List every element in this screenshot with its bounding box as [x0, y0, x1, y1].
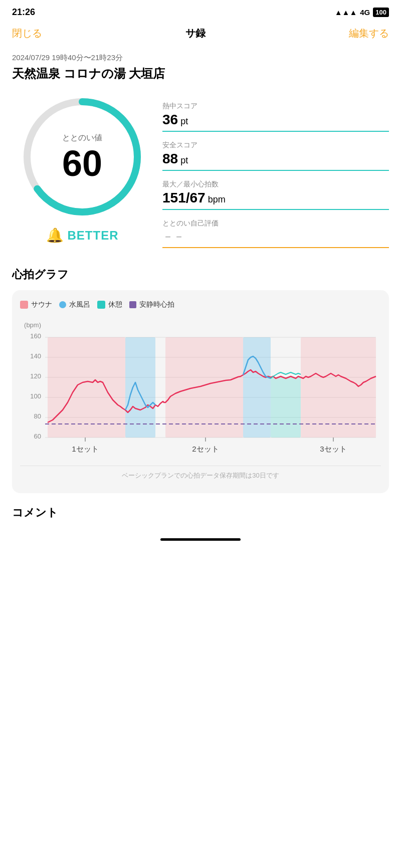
home-indicator	[0, 528, 401, 546]
chart-section-title: 心拍グラフ	[12, 267, 389, 282]
status-time: 21:26	[12, 7, 35, 18]
gauge-stats-row: ととのい値 60 🔔 BETTER 熱中スコア 36 pt 安全スコア	[12, 92, 389, 252]
legend-water: 水風呂	[59, 300, 90, 309]
self-divider	[162, 247, 389, 248]
svg-rect-19	[271, 377, 301, 438]
svg-rect-17	[165, 337, 243, 438]
rest-label: 休憩	[108, 300, 122, 309]
home-bar	[160, 538, 241, 541]
sauna-dot	[20, 301, 28, 309]
sauna-label: サウナ	[31, 300, 52, 309]
status-icons: ▲▲▲ 4G 100	[335, 8, 389, 17]
gauge-container: ととのい値 60 🔔 BETTER	[12, 92, 152, 244]
water-dot	[59, 301, 66, 308]
heat-divider	[162, 131, 389, 132]
svg-text:140: 140	[30, 352, 41, 360]
hr-item: 最大／最小心拍数 151/67 bpm	[162, 175, 389, 214]
svg-text:1セット: 1セット	[72, 445, 98, 453]
session-name: 天然温泉 コロナの湯 大垣店	[12, 66, 389, 82]
heart-rate-chart: (bpm) 160 140 120 100 80 60	[20, 317, 381, 458]
session-date: 2024/07/29 19時40分〜21時23分	[12, 53, 389, 63]
safety-score-value: 88 pt	[162, 151, 389, 167]
svg-rect-15	[48, 337, 125, 438]
main-content: 2024/07/29 19時40分〜21時23分 天然温泉 コロナの湯 大垣店 …	[0, 48, 401, 493]
svg-text:60: 60	[34, 432, 41, 440]
chart-area: (bpm) 160 140 120 100 80 60	[20, 317, 381, 460]
water-label: 水風呂	[69, 300, 90, 309]
signal-icon: ▲▲▲	[335, 8, 357, 17]
heat-score-value: 36 pt	[162, 112, 389, 128]
gauge-value: 60	[62, 143, 102, 183]
svg-rect-20	[301, 337, 376, 438]
svg-text:3セット: 3セット	[320, 445, 346, 453]
svg-text:(bpm): (bpm)	[24, 321, 41, 329]
gauge-better: 🔔 BETTER	[46, 227, 119, 244]
resting-hr-dot	[129, 301, 136, 308]
battery-indicator: 100	[373, 8, 389, 17]
network-type: 4G	[360, 8, 370, 17]
safety-score-label: 安全スコア	[162, 141, 389, 150]
self-eval-item: ととのい自己評価 －－	[162, 214, 389, 252]
svg-text:160: 160	[30, 332, 41, 340]
safety-score-item: 安全スコア 88 pt	[162, 136, 389, 175]
hr-divider	[162, 209, 389, 210]
resting-hr-label: 安静時心拍	[139, 300, 174, 309]
stats-panel: 熱中スコア 36 pt 安全スコア 88 pt 最大／最小心拍数 151/67 …	[162, 92, 389, 252]
legend-row: サウナ 水風呂 休憩 安静時心拍	[20, 300, 381, 309]
legend-sauna: サウナ	[20, 300, 52, 309]
gauge-center: ととのい値 60	[62, 133, 102, 181]
gauge-label: ととのい値	[62, 133, 102, 143]
chart-card: サウナ 水風呂 休憩 安静時心拍 (bpm) 160 140 120	[12, 290, 389, 493]
self-eval-label: ととのい自己評価	[162, 219, 389, 228]
self-eval-value: －－	[162, 229, 389, 244]
page-title: サ録	[185, 27, 206, 40]
legend-rest: 休憩	[97, 300, 122, 309]
edit-button[interactable]: 編集する	[349, 27, 389, 40]
safety-divider	[162, 170, 389, 171]
svg-text:80: 80	[34, 412, 41, 420]
svg-text:2セット: 2セット	[192, 445, 219, 453]
hr-value: 151/67 bpm	[162, 190, 389, 206]
comment-section: コメント	[0, 495, 401, 520]
heat-score-item: 熱中スコア 36 pt	[162, 97, 389, 136]
status-bar: 21:26 ▲▲▲ 4G 100	[0, 0, 401, 22]
legend-resting-hr: 安静時心拍	[129, 300, 174, 309]
chart-note: ベーシックプランでの心拍データ保存期間は30日です	[20, 466, 381, 485]
svg-text:100: 100	[30, 392, 41, 400]
svg-rect-16	[125, 337, 155, 438]
svg-text:120: 120	[30, 372, 41, 380]
gauge-wrapper: ととのい値 60	[17, 92, 147, 222]
better-label: BETTER	[68, 229, 119, 243]
nav-bar: 閉じる サ録 編集する	[0, 22, 401, 48]
bell-icon: 🔔	[46, 227, 64, 244]
comment-title: コメント	[12, 505, 389, 520]
hr-label: 最大／最小心拍数	[162, 180, 389, 189]
close-button[interactable]: 閉じる	[12, 27, 42, 40]
heat-score-label: 熱中スコア	[162, 102, 389, 111]
rest-dot	[97, 301, 105, 309]
svg-rect-18	[243, 337, 271, 438]
